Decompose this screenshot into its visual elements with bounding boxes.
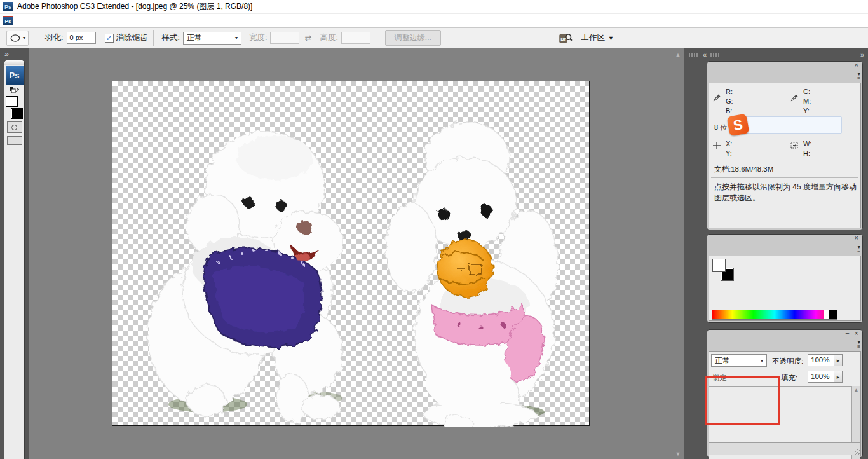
dock-header: « » bbox=[684, 48, 868, 61]
blend-mode-select[interactable]: 正常 ▾ bbox=[711, 354, 767, 367]
bridge-icon[interactable]: Br bbox=[559, 32, 573, 45]
opacity-value[interactable]: 100% bbox=[808, 354, 834, 366]
style-select[interactable]: 正常 ▾ bbox=[183, 32, 241, 45]
dock-grip[interactable] bbox=[689, 53, 699, 57]
toolbar-collapse-icon[interactable]: » bbox=[0, 48, 29, 58]
feather-label: 羽化: bbox=[45, 32, 63, 43]
ps-logo: Ps bbox=[6, 66, 24, 85]
selection-size-icon bbox=[790, 142, 799, 149]
color-swatches bbox=[5, 96, 24, 119]
dock-expand-icon[interactable]: » bbox=[860, 51, 863, 58]
active-tool-preview[interactable]: ▾ bbox=[6, 31, 29, 46]
color-panel-content bbox=[709, 256, 861, 321]
panel-minimize-icon[interactable]: − bbox=[845, 330, 849, 337]
height-input[interactable] bbox=[341, 32, 370, 44]
palette-grip[interactable] bbox=[4, 60, 24, 65]
fill-label: 填充: bbox=[781, 373, 797, 383]
tool-options-bar: ▾ 羽化: 0 px ✓ 消除锯齿 样式: 正常 ▾ 宽度: ⇄ 高度: 调整边… bbox=[0, 28, 868, 48]
antialias-label: 消除锯齿 bbox=[116, 32, 148, 43]
title-bar: Ps Adobe Photoshop CS3 Extended - [dog.j… bbox=[0, 0, 868, 14]
panel-close-icon[interactable]: × bbox=[855, 235, 858, 242]
background-color-swatch[interactable] bbox=[11, 108, 23, 119]
panel-close-icon[interactable]: × bbox=[855, 62, 858, 69]
foreground-color-swatch[interactable] bbox=[712, 259, 726, 272]
bit-depth-label[interactable]: 8 位 bbox=[714, 123, 727, 132]
fill-spinner[interactable]: ▸ bbox=[834, 371, 843, 383]
default-colors-controls[interactable] bbox=[4, 86, 24, 95]
window-title: Adobe Photoshop CS3 Extended - [dog.jpeg… bbox=[17, 1, 252, 12]
panel-close-icon[interactable]: × bbox=[855, 330, 858, 337]
workspace-menu[interactable]: 工作区 ▼ bbox=[581, 32, 614, 43]
menu-bar: Ps bbox=[0, 14, 868, 28]
swap-width-height-icon[interactable]: ⇄ bbox=[304, 33, 311, 43]
scroll-up-icon[interactable]: ▲ bbox=[675, 51, 681, 58]
tool-hint-line2: 图层或选区。 bbox=[714, 193, 760, 203]
color-spectrum-ramp[interactable] bbox=[712, 310, 837, 320]
info-panel-content: R: G: B: C: M: Y: K: 8 位 X: Y: W: H: 文档:… bbox=[709, 83, 861, 228]
feather-input[interactable]: 0 px bbox=[67, 32, 96, 44]
swap-colors-icon bbox=[9, 86, 20, 95]
rgb-readout-labels: R: G: B: bbox=[726, 87, 733, 116]
dock-grip2[interactable] bbox=[710, 53, 721, 57]
tool-palette: Ps bbox=[4, 60, 25, 459]
annotation-highlight-box bbox=[705, 376, 780, 425]
layers-panel-toolbar bbox=[709, 442, 860, 455]
width-input[interactable] bbox=[270, 32, 299, 44]
panel-menu-icon[interactable]: ▾≡ bbox=[857, 340, 860, 349]
cursor-position-icon bbox=[713, 142, 721, 149]
height-label: 高度: bbox=[320, 32, 337, 43]
color-panel-group: − × ▾≡ bbox=[707, 234, 863, 323]
screen-mode-button[interactable] bbox=[7, 136, 22, 145]
dock-collapse-icon[interactable]: « bbox=[703, 51, 707, 58]
sogou-logo-icon[interactable]: S bbox=[727, 113, 750, 136]
panel-resize-grip[interactable] bbox=[855, 449, 860, 455]
document-vertical-scrollbar[interactable]: ▲ ▼ bbox=[673, 50, 683, 459]
quick-mask-button[interactable] bbox=[7, 121, 22, 133]
sogou-ime-bar: S bbox=[728, 114, 842, 135]
quick-mask-icon bbox=[11, 125, 17, 130]
fill-value[interactable]: 100% bbox=[808, 371, 834, 383]
elliptical-marquee-icon bbox=[10, 32, 21, 44]
panel-menu-icon[interactable]: ▾≡ bbox=[857, 245, 860, 254]
cmyk-eyedropper-icon[interactable] bbox=[790, 93, 799, 102]
panel-minimize-icon[interactable]: − bbox=[845, 62, 849, 69]
foreground-color-swatch[interactable] bbox=[6, 96, 18, 107]
workspace-caret-icon: ▼ bbox=[608, 35, 614, 41]
document-canvas[interactable] bbox=[112, 81, 590, 426]
opacity-label: 不透明度: bbox=[772, 357, 803, 366]
color-panel-swatches bbox=[712, 259, 738, 284]
spectrum-black-swatch[interactable] bbox=[829, 310, 837, 319]
style-label: 样式: bbox=[162, 32, 180, 43]
antialias-checkbox[interactable]: ✓ bbox=[105, 34, 114, 43]
photoshop-window: Ps Adobe Photoshop CS3 Extended - [dog.j… bbox=[0, 0, 868, 459]
wh-labels: W: H: bbox=[803, 139, 811, 158]
document-size-readout: 文档:18.6M/48.3M bbox=[714, 165, 773, 174]
tool-hint-line1: 点按并拖移以沿限制为 45 度增量方向移动 bbox=[714, 182, 857, 193]
dogs-image bbox=[112, 81, 590, 427]
rgb-eyedropper-icon[interactable] bbox=[713, 93, 721, 102]
width-label: 宽度: bbox=[249, 32, 267, 43]
xy-labels: X: Y: bbox=[726, 139, 732, 158]
scroll-up-icon[interactable]: ▲ bbox=[854, 387, 859, 393]
scroll-down-icon[interactable]: ▼ bbox=[675, 451, 681, 457]
panel-minimize-icon[interactable]: − bbox=[845, 235, 849, 242]
refine-edge-button[interactable]: 调整边缘... bbox=[385, 30, 441, 46]
style-caret-icon: ▾ bbox=[235, 35, 238, 41]
svg-text:Br: Br bbox=[560, 36, 566, 41]
opacity-spinner[interactable]: ▸ bbox=[834, 354, 843, 366]
blend-mode-caret-icon: ▾ bbox=[761, 358, 763, 364]
left-tool-dock: » Ps bbox=[0, 48, 29, 459]
spectrum-white-swatch[interactable] bbox=[824, 310, 829, 319]
info-panel-group: − × ▾≡ R: G: B: C: M: Y: K: 8 位 X: Y: W:… bbox=[707, 61, 863, 230]
panel-menu-icon[interactable]: ▾≡ bbox=[857, 72, 860, 81]
document-icon: Ps bbox=[3, 16, 13, 25]
ime-toolbar bbox=[745, 116, 842, 134]
tool-preset-caret-icon[interactable]: ▾ bbox=[23, 35, 25, 41]
photoshop-app-icon: Ps bbox=[3, 2, 13, 11]
